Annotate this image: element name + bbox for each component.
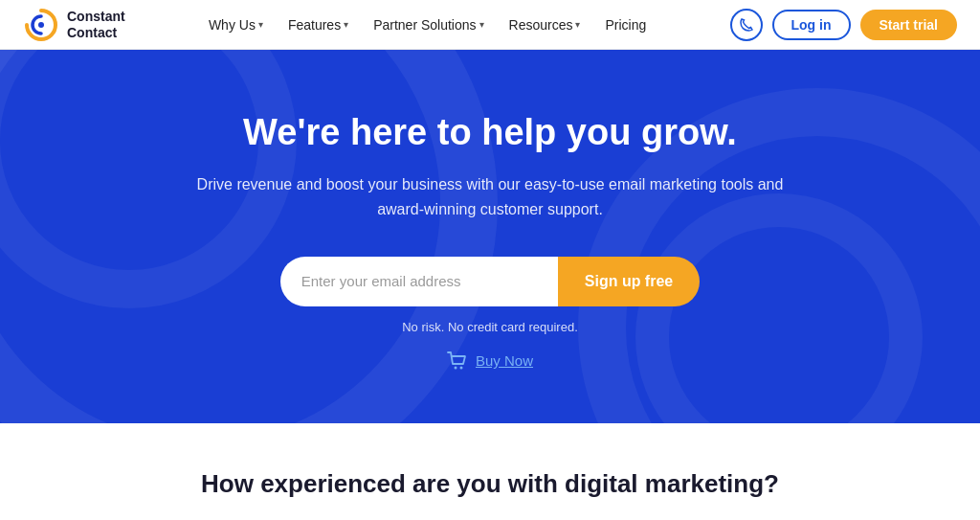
no-risk-text: No risk. No credit card required. bbox=[402, 320, 578, 334]
logo-text: Constant Contact bbox=[67, 9, 125, 41]
svg-point-4 bbox=[459, 366, 462, 369]
chevron-down-icon: ▾ bbox=[344, 19, 348, 30]
hero-subtitle: Drive revenue and boost your business wi… bbox=[184, 172, 796, 221]
start-trial-button[interactable]: Start trial bbox=[860, 10, 957, 40]
below-hero-title: How experienced are you with digital mar… bbox=[19, 469, 961, 499]
nav-features[interactable]: Features ▾ bbox=[278, 11, 358, 38]
chevron-down-icon: ▾ bbox=[258, 19, 263, 30]
logo[interactable]: Constant Contact bbox=[23, 7, 125, 43]
chevron-down-icon: ▾ bbox=[575, 19, 580, 30]
hero-section: We're here to help you grow. Drive reven… bbox=[0, 50, 980, 423]
svg-point-3 bbox=[454, 366, 457, 369]
nav-resources[interactable]: Resources ▾ bbox=[500, 11, 590, 38]
signup-form: Sign up free bbox=[280, 257, 700, 306]
email-input[interactable] bbox=[280, 257, 558, 306]
nav-partner-solutions[interactable]: Partner Solutions ▾ bbox=[364, 11, 493, 38]
header: Constant Contact Why Us ▾ Features ▾ Par… bbox=[0, 0, 980, 50]
signup-button[interactable]: Sign up free bbox=[558, 257, 700, 306]
header-actions: Log in Start trial bbox=[730, 9, 957, 41]
phone-icon bbox=[739, 17, 754, 33]
buy-now-link[interactable]: Buy Now bbox=[476, 352, 533, 369]
chevron-down-icon: ▾ bbox=[479, 19, 484, 30]
nav-why-us[interactable]: Why Us ▾ bbox=[199, 11, 273, 38]
decorative-circle-right bbox=[635, 193, 923, 423]
main-nav: Why Us ▾ Features ▾ Partner Solutions ▾ … bbox=[199, 11, 656, 38]
phone-button[interactable] bbox=[730, 9, 763, 41]
cart-icon bbox=[447, 351, 468, 371]
nav-pricing[interactable]: Pricing bbox=[595, 11, 656, 38]
buy-now-row: Buy Now bbox=[447, 351, 533, 371]
svg-point-2 bbox=[38, 22, 44, 28]
below-hero-section: How experienced are you with digital mar… bbox=[0, 423, 980, 520]
logo-icon bbox=[23, 7, 59, 43]
login-button[interactable]: Log in bbox=[772, 10, 851, 40]
hero-title: We're here to help you grow. bbox=[243, 112, 737, 153]
